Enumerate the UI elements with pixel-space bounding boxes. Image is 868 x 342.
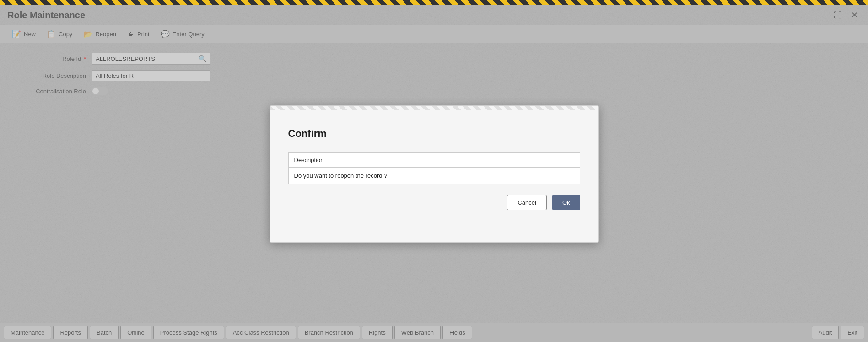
cancel-button[interactable]: Cancel <box>507 195 546 210</box>
modal-title: Confirm <box>288 128 580 140</box>
modal-overlay: Confirm Description Do you want to reope… <box>0 5 868 342</box>
construction-bar <box>0 0 868 5</box>
ok-button[interactable]: Ok <box>552 195 580 210</box>
modal-table: Description Do you want to reopen the re… <box>288 152 580 184</box>
modal-message: Do you want to reopen the record ? <box>288 167 580 184</box>
modal-actions: Cancel Ok <box>288 195 580 210</box>
modal-table-header: Description <box>288 152 580 167</box>
main-window: Role Maintenance ⛶ ✕ 📝 New 📋 Copy 📂 Reop… <box>0 5 868 342</box>
confirm-dialog: Confirm Description Do you want to reope… <box>270 105 599 243</box>
